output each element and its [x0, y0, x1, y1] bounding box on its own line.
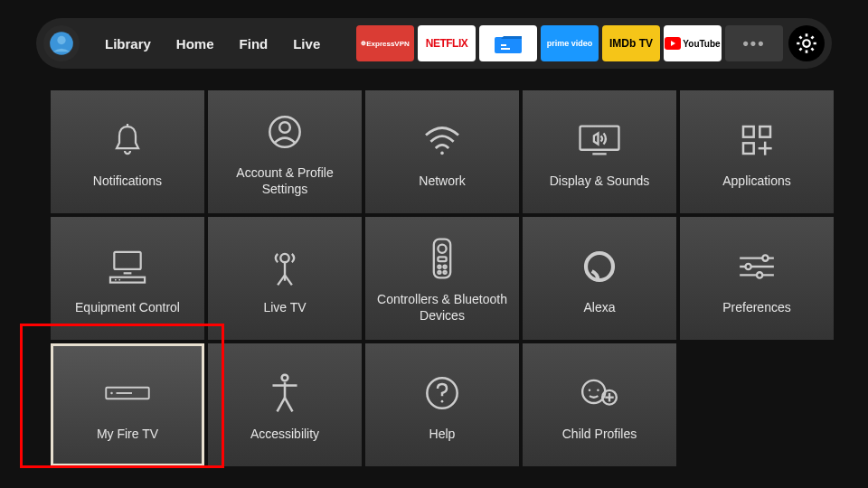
tile-help-label: Help — [429, 426, 456, 442]
firetv-icon — [105, 385, 150, 401]
display-icon — [579, 124, 620, 156]
svg-point-19 — [115, 279, 117, 281]
person-circle-icon — [267, 114, 303, 150]
tile-help[interactable]: Help — [365, 343, 519, 466]
svg-point-46 — [441, 400, 444, 403]
alexa-icon — [581, 249, 618, 285]
app-youtube[interactable]: YouTube — [664, 25, 722, 61]
tile-accessibility-label: Accessibility — [250, 426, 319, 442]
app-netflix[interactable]: NETFLIX — [418, 25, 476, 61]
tile-controllers-bluetooth[interactable]: Controllers & Bluetooth Devices — [365, 217, 519, 340]
svg-point-24 — [438, 244, 446, 252]
tile-applications[interactable]: Applications — [680, 90, 834, 213]
tile-network[interactable]: Network — [365, 90, 519, 213]
tile-alexa-label: Alexa — [583, 299, 615, 315]
tile-display-sounds-label: Display & Sounds — [550, 173, 650, 189]
app-expressvpn-label: ExpressVPN — [366, 40, 410, 48]
tile-controllers-bluetooth-label: Controllers & Bluetooth Devices — [373, 291, 512, 324]
tile-display-sounds[interactable]: Display & Sounds — [523, 90, 676, 213]
top-navigation-bar: Library Home Find Live ⊕ ExpressVPN NETF… — [36, 18, 832, 69]
svg-point-26 — [438, 265, 440, 267]
svg-point-27 — [444, 265, 447, 267]
svg-point-30 — [586, 253, 613, 280]
tile-applications-label: Applications — [722, 173, 791, 189]
svg-rect-9 — [580, 127, 619, 150]
remote-icon — [432, 238, 452, 279]
svg-point-4 — [803, 40, 810, 47]
tile-network-label: Network — [419, 173, 465, 189]
svg-point-1 — [57, 36, 65, 44]
tile-accessibility[interactable]: Accessibility — [208, 343, 362, 466]
tile-account-profile[interactable]: Account & Profile Settings — [208, 90, 362, 213]
nav-live[interactable]: Live — [280, 36, 333, 52]
nav-home[interactable]: Home — [164, 36, 227, 52]
svg-point-20 — [118, 279, 120, 281]
app-youtube-label: YouTube — [683, 39, 720, 49]
svg-point-8 — [440, 152, 444, 155]
tile-live-tv-label: Live TV — [263, 299, 306, 315]
tile-alexa[interactable]: Alexa — [523, 217, 676, 340]
svg-point-40 — [282, 375, 288, 381]
svg-point-36 — [757, 272, 762, 277]
folder-icon — [492, 31, 524, 56]
svg-line-43 — [278, 398, 285, 411]
settings-button[interactable] — [788, 25, 825, 61]
tile-my-fire-tv-label: My Fire TV — [97, 426, 158, 442]
tile-preferences[interactable]: Preferences — [680, 217, 834, 340]
youtube-play-icon — [665, 37, 681, 50]
app-expressvpn[interactable]: ⊕ ExpressVPN — [356, 25, 414, 61]
sliders-icon — [737, 250, 777, 283]
app-imdb-tv[interactable]: IMDb TV — [602, 25, 660, 61]
svg-rect-16 — [114, 252, 140, 269]
more-apps-button[interactable]: ••• — [725, 25, 783, 61]
tile-equipment-control[interactable]: Equipment Control — [51, 217, 204, 340]
svg-rect-11 — [743, 127, 754, 137]
nav-find[interactable]: Find — [227, 36, 281, 52]
settings-grid: Notifications Account & Profile Settings… — [51, 90, 834, 466]
gear-icon — [795, 32, 818, 55]
app-prime-video[interactable]: prime video — [541, 25, 599, 61]
profile-icon — [49, 31, 74, 56]
antenna-icon — [267, 247, 303, 286]
svg-point-32 — [762, 255, 768, 260]
bell-icon — [111, 122, 144, 158]
tile-live-tv[interactable]: Live TV — [208, 217, 362, 340]
tile-equipment-control-label: Equipment Control — [75, 299, 180, 315]
accessibility-icon — [269, 373, 301, 413]
svg-point-28 — [438, 271, 440, 274]
svg-line-44 — [285, 398, 292, 411]
child-icon — [580, 375, 619, 411]
svg-point-29 — [444, 271, 447, 274]
tile-child-profiles[interactable]: Child Profiles — [523, 343, 676, 466]
app-es-file-explorer[interactable] — [479, 25, 537, 61]
nav-library[interactable]: Library — [92, 36, 164, 52]
svg-point-21 — [280, 254, 288, 262]
svg-rect-2 — [495, 37, 522, 53]
svg-point-7 — [279, 122, 290, 133]
svg-rect-13 — [743, 143, 754, 154]
equipment-icon — [108, 249, 147, 285]
tile-account-profile-label: Account & Profile Settings — [215, 164, 354, 197]
svg-point-49 — [597, 389, 599, 392]
tile-notifications-label: Notifications — [93, 173, 162, 189]
svg-rect-12 — [760, 127, 770, 137]
apps-icon — [739, 122, 775, 158]
wifi-icon — [422, 124, 462, 156]
tile-my-fire-tv[interactable]: My Fire TV — [51, 343, 204, 466]
svg-point-48 — [589, 389, 591, 392]
help-icon — [424, 375, 460, 411]
svg-point-34 — [745, 264, 750, 269]
svg-point-38 — [110, 392, 113, 395]
tile-notifications[interactable]: Notifications — [51, 90, 204, 213]
tile-preferences-label: Preferences — [722, 299, 790, 315]
profile-button[interactable] — [43, 25, 80, 61]
tile-child-profiles-label: Child Profiles — [562, 426, 637, 442]
svg-rect-25 — [438, 257, 446, 261]
